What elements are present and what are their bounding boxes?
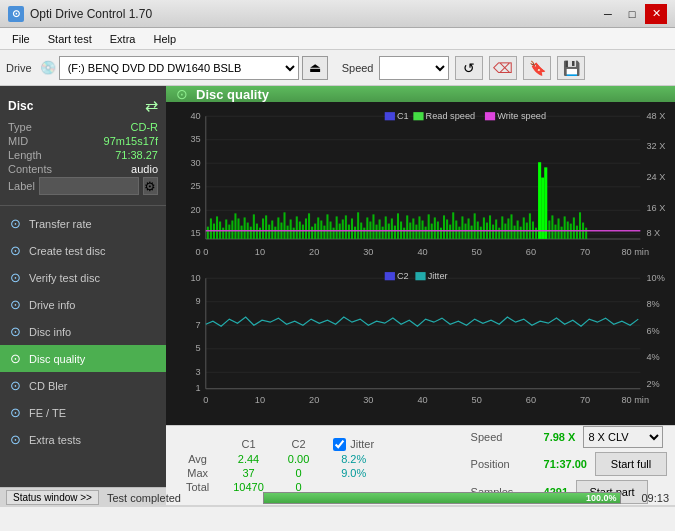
svg-rect-74	[342, 219, 344, 238]
svg-rect-106	[440, 228, 442, 239]
svg-rect-84	[372, 214, 374, 239]
menu-file[interactable]: File	[4, 31, 38, 47]
svg-rect-36	[225, 219, 227, 238]
disc-length-row: Length 71:38.27	[8, 149, 158, 161]
sidebar-item-fe-te[interactable]: ⊙ FE / TE	[0, 399, 166, 426]
svg-rect-123	[483, 217, 485, 238]
svg-text:20: 20	[309, 247, 319, 257]
sidebar-item-disc-info[interactable]: ⊙ Disc info	[0, 318, 166, 345]
disc-info-icon: ⊙	[10, 324, 21, 339]
svg-text:Read speed: Read speed	[426, 111, 476, 121]
svg-text:20: 20	[309, 396, 319, 406]
svg-text:0: 0	[203, 247, 208, 257]
svg-rect-52	[274, 227, 276, 239]
sidebar-item-label-verify-test-disc: Verify test disc	[29, 272, 100, 284]
svg-rect-144	[558, 218, 560, 238]
refresh-button[interactable]: ↺	[455, 56, 483, 80]
svg-rect-38	[231, 221, 233, 239]
svg-rect-94	[403, 228, 405, 239]
position-label: Position	[471, 458, 536, 470]
disc-contents-value: audio	[131, 163, 158, 175]
svg-text:10: 10	[190, 273, 200, 283]
svg-rect-132	[510, 214, 512, 239]
svg-rect-133	[514, 226, 516, 239]
svg-rect-111	[455, 221, 457, 239]
svg-text:30: 30	[363, 247, 373, 257]
svg-rect-108	[446, 219, 448, 238]
svg-text:25: 25	[190, 181, 200, 191]
svg-rect-99	[418, 216, 420, 238]
title-bar: ⊙ Opti Drive Control 1.70 ─ □ ✕	[0, 0, 675, 28]
svg-text:Jitter: Jitter	[428, 271, 448, 281]
svg-rect-72	[336, 216, 338, 238]
close-button[interactable]: ✕	[645, 4, 667, 24]
drive-select[interactable]: (F:) BENQ DVD DD DW1640 BSLB	[59, 56, 299, 80]
svg-rect-92	[397, 213, 399, 239]
save-button[interactable]: 💾	[557, 56, 585, 80]
svg-rect-140	[535, 228, 537, 239]
svg-rect-49	[265, 215, 267, 239]
disc-label-input[interactable]	[39, 177, 139, 195]
svg-rect-85	[376, 225, 378, 239]
fe-te-icon: ⊙	[10, 405, 21, 420]
menu-extra[interactable]: Extra	[102, 31, 144, 47]
sidebar-item-label-create-test-disc: Create test disc	[29, 245, 105, 257]
start-full-button[interactable]: Start full	[595, 452, 667, 476]
position-row: Position 71:37.00 Start full	[471, 452, 667, 476]
disc-type-label: Type	[8, 121, 32, 133]
svg-text:Write speed: Write speed	[497, 111, 546, 121]
svg-rect-39	[234, 213, 236, 239]
stats-col-label	[174, 437, 221, 452]
menu-start-test[interactable]: Start test	[40, 31, 100, 47]
erase-button[interactable]: ⌫	[489, 56, 517, 80]
chart1-svg: 40 35 30 25 20 15 0 48 X 32 X 24 X 16 X …	[170, 106, 671, 264]
bookmark-button[interactable]: 🔖	[523, 56, 551, 80]
svg-rect-127	[495, 219, 497, 238]
sidebar-item-cd-bler[interactable]: ⊙ CD Bler	[0, 372, 166, 399]
svg-text:C1: C1	[397, 111, 409, 121]
menu-help[interactable]: Help	[145, 31, 184, 47]
svg-text:4%: 4%	[646, 353, 659, 363]
disc-label-icon-button[interactable]: ⚙	[143, 177, 158, 195]
svg-rect-190	[385, 273, 395, 281]
svg-rect-86	[379, 219, 381, 238]
speed-select[interactable]	[379, 56, 449, 80]
progress-fill: 100.0%	[264, 493, 621, 503]
svg-text:24 X: 24 X	[646, 172, 665, 182]
sidebar-item-label-transfer-rate: Transfer rate	[29, 218, 92, 230]
sidebar-item-drive-info[interactable]: ⊙ Drive info	[0, 291, 166, 318]
status-window-button[interactable]: Status window >>	[6, 490, 99, 505]
eject-button[interactable]: ⏏	[302, 56, 328, 80]
maximize-button[interactable]: □	[621, 4, 643, 24]
svg-rect-90	[391, 218, 393, 238]
svg-rect-155	[385, 112, 395, 120]
disc-mid-label: MID	[8, 135, 28, 147]
progress-bar: 100.0%	[263, 492, 622, 504]
sidebar-item-verify-test-disc[interactable]: ⊙ Verify test disc	[0, 264, 166, 291]
svg-rect-125	[489, 215, 491, 239]
svg-rect-71	[333, 228, 335, 239]
svg-text:9: 9	[196, 297, 201, 307]
svg-text:C2: C2	[397, 271, 409, 281]
minimize-button[interactable]: ─	[597, 4, 619, 24]
svg-rect-75	[345, 215, 347, 239]
sidebar-item-disc-quality[interactable]: ⊙ Disc quality	[0, 345, 166, 372]
sidebar-item-transfer-rate[interactable]: ⊙ Transfer rate	[0, 210, 166, 237]
sidebar-item-create-test-disc[interactable]: ⊙ Create test disc	[0, 237, 166, 264]
speed-dropdown[interactable]: 8 X CLV	[583, 426, 663, 448]
svg-text:2%: 2%	[646, 379, 659, 389]
svg-text:30: 30	[363, 396, 373, 406]
svg-rect-59	[296, 216, 298, 238]
disc-refresh-icon[interactable]: ⇄	[145, 96, 158, 115]
sidebar-item-extra-tests[interactable]: ⊙ Extra tests	[0, 426, 166, 453]
svg-text:35: 35	[190, 134, 200, 144]
disc-info-header: Disc ⇄	[8, 96, 158, 115]
stats-col-c1: C1	[221, 437, 276, 452]
row-avg-c2: 0.00	[276, 452, 321, 466]
row-avg-c1: 2.44	[221, 452, 276, 466]
jitter-checkbox[interactable]	[333, 438, 346, 451]
svg-rect-153	[585, 228, 587, 239]
svg-rect-79	[357, 212, 359, 239]
chart2-svg: 10 9 7 5 3 1 10% 8% 6% 4% 2% 0 10 20 3	[170, 268, 671, 416]
sidebar: Disc ⇄ Type CD-R MID 97m15s17f Length 71…	[0, 86, 166, 487]
